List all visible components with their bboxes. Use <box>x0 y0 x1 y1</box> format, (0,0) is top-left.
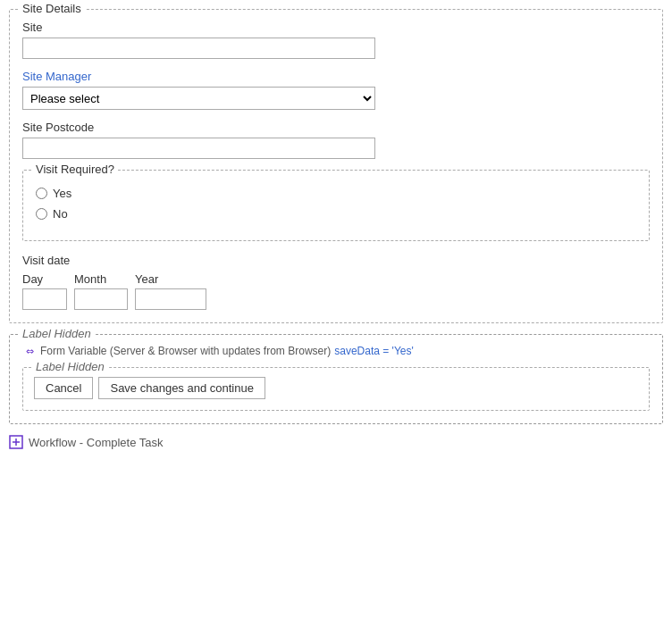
workflow-label: Workflow - Complete Task <box>29 436 164 449</box>
visit-month-input[interactable] <box>74 288 128 310</box>
form-variable-icon: ⇔ <box>22 344 37 358</box>
visit-date-inputs: Day Month Year <box>22 272 650 310</box>
site-details-section: Site Details Site Site Manager Please se… <box>9 9 663 323</box>
visit-day-label: Day <box>22 272 67 286</box>
visit-required-yes-label: Yes <box>53 187 71 200</box>
visit-required-no-radio[interactable] <box>36 208 47 220</box>
workflow-icon <box>9 435 23 449</box>
visit-required-section: Visit Required? Yes No <box>22 170 650 241</box>
visit-required-radio-group: Yes No <box>36 187 636 221</box>
cancel-button[interactable]: Cancel <box>34 377 93 399</box>
visit-required-no-item: No <box>36 207 636 221</box>
visit-year-field: Year <box>135 272 206 310</box>
site-input[interactable] <box>22 38 375 59</box>
visit-day-input[interactable] <box>22 288 67 310</box>
visit-date-label: Visit date <box>22 254 650 267</box>
label-hidden-outer-legend: Label Hidden <box>19 327 95 340</box>
site-details-legend: Site Details <box>19 2 85 15</box>
visit-year-label: Year <box>135 272 206 286</box>
site-manager-select[interactable]: Please select <box>22 87 375 110</box>
form-variable-text: Form Variable (Server & Browser with upd… <box>40 345 331 357</box>
label-hidden-inner-legend: Label Hidden <box>32 360 108 373</box>
visit-required-no-label: No <box>53 207 68 221</box>
save-changes-button[interactable]: Save changes and continue <box>98 377 265 399</box>
site-postcode-group: Site Postcode <box>22 121 650 159</box>
workflow-line: Workflow - Complete Task <box>9 435 663 449</box>
form-variable-line: ⇔ Form Variable (Server & Browser with u… <box>22 344 650 358</box>
site-postcode-label: Site Postcode <box>22 121 650 134</box>
site-field-group: Site <box>22 21 650 59</box>
visit-year-input[interactable] <box>135 288 206 310</box>
visit-day-field: Day <box>22 272 67 310</box>
label-hidden-outer-section: Label Hidden ⇔ Form Variable (Server & B… <box>9 334 663 424</box>
site-label: Site <box>22 21 650 34</box>
label-hidden-inner-section: Label Hidden Cancel Save changes and con… <box>22 367 650 411</box>
site-postcode-input[interactable] <box>22 138 375 159</box>
form-variable-link[interactable]: saveData = 'Yes' <box>334 345 414 357</box>
visit-required-yes-item: Yes <box>36 187 636 200</box>
visit-month-field: Month <box>74 272 128 310</box>
site-manager-label: Site Manager <box>22 70 650 83</box>
visit-required-yes-radio[interactable] <box>36 188 47 199</box>
site-manager-group: Site Manager Please select <box>22 70 650 110</box>
visit-date-section: Visit date Day Month Year <box>22 254 650 310</box>
visit-month-label: Month <box>74 272 128 286</box>
visit-required-legend: Visit Required? <box>32 163 118 176</box>
button-row: Cancel Save changes and continue <box>34 377 638 399</box>
